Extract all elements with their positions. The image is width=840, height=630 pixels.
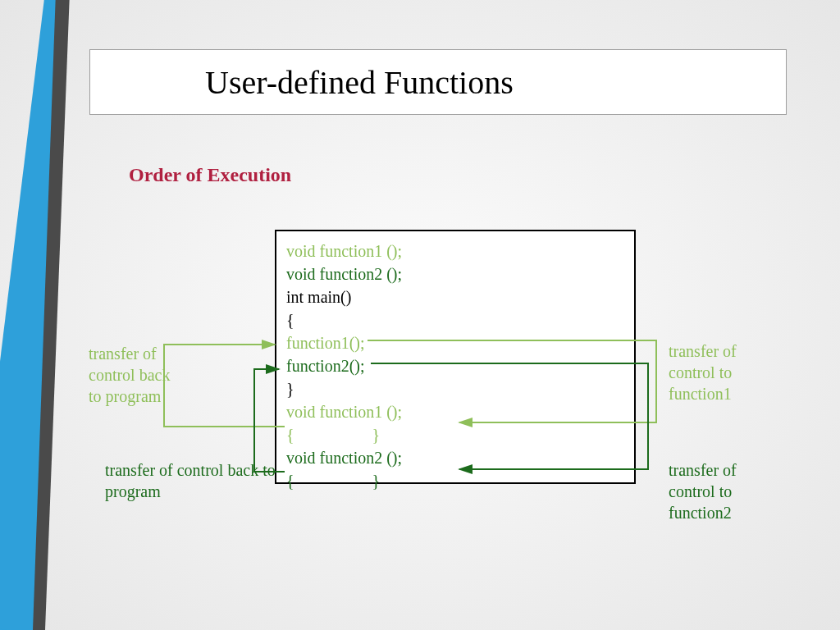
code-line: int main() [286, 285, 624, 308]
code-line: void function2 (); [286, 446, 624, 469]
code-line: { [286, 308, 624, 331]
code-line: void function1 (); [286, 240, 624, 262]
code-line: } [286, 377, 624, 400]
code-box: void function1 (); void function2 (); in… [275, 230, 636, 484]
slide-title: User-defined Functions [205, 63, 514, 102]
label-left-top: transfer of control back to program [89, 343, 179, 407]
svg-marker-3 [0, 615, 148, 630]
code-line: void function1 (); [286, 400, 624, 423]
code-line: void function2 (); [286, 262, 624, 285]
code-line: function2(); [286, 354, 624, 377]
label-right-top: transfer of control to function1 [669, 340, 767, 404]
code-line: function1(); [286, 331, 624, 354]
label-right-bottom: transfer of control to function2 [669, 459, 767, 523]
code-line: { } [286, 469, 624, 492]
label-left-bottom: transfer of control back to program [105, 459, 277, 502]
slide-subtitle: Order of Execution [129, 164, 291, 186]
svg-marker-1 [0, 0, 56, 630]
code-line: { } [286, 423, 624, 446]
title-box: User-defined Functions [89, 49, 787, 115]
svg-marker-0 [0, 0, 70, 630]
